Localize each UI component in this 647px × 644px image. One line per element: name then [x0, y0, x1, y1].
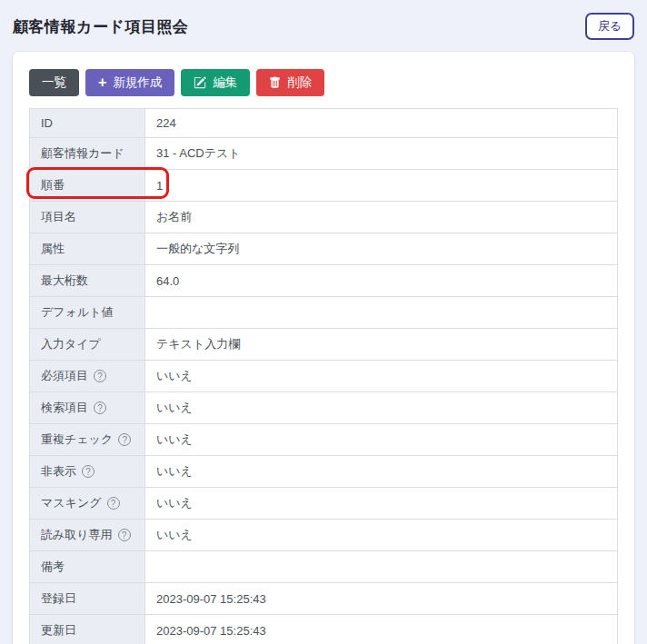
list-button[interactable]: 一覧 [29, 69, 79, 96]
field-value: いいえ [156, 496, 193, 510]
field-value: いいえ [156, 401, 193, 414]
table-row: 更新日2023-09-07 15:25:43 [30, 615, 618, 644]
field-value-cell: 2023-09-07 15:25:43 [145, 615, 618, 644]
field-value: テキスト入力欄 [156, 337, 240, 351]
field-value-cell: 1 [145, 170, 618, 202]
field-value: 一般的な文字列 [156, 242, 239, 255]
table-row: ID224 [30, 109, 618, 138]
table-row: 最大桁数64.0 [30, 265, 618, 297]
field-value-cell: 31 - ACDテスト [145, 138, 618, 170]
field-value: いいえ [156, 369, 193, 382]
table-row: 必須項目?いいえ [30, 361, 618, 392]
back-button[interactable]: 戻る [585, 13, 634, 40]
field-value: 224 [156, 116, 176, 130]
page-title: 顧客情報カード項目照会 [13, 16, 188, 37]
detail-table: ID224顧客情報カード31 - ACDテスト順番1項目名お名前属性一般的な文字… [29, 108, 618, 644]
help-icon[interactable]: ? [118, 433, 131, 446]
field-label-cell: 顧客情報カード [30, 138, 145, 170]
list-button-label: 一覧 [42, 75, 66, 90]
detail-card: 一覧 + 新規作成 編集 削除 ID224顧客情報カード31 - [13, 52, 634, 644]
field-label: 必須項目 [41, 368, 88, 384]
field-value-cell: いいえ [145, 520, 618, 551]
field-label-cell: 備考 [30, 551, 145, 583]
table-row: 顧客情報カード31 - ACDテスト [30, 138, 618, 170]
field-label-cell: 読み取り専用? [30, 520, 145, 551]
field-label-cell: 項目名 [30, 202, 145, 233]
field-value-cell [145, 297, 618, 329]
field-value: お名前 [156, 210, 192, 223]
table-row: 順番1 [30, 170, 618, 202]
field-value-cell: いいえ [145, 456, 618, 488]
field-value-cell: お名前 [145, 202, 618, 233]
field-label-cell: 更新日 [30, 615, 145, 644]
field-label-cell: 登録日 [30, 583, 145, 615]
table-row: デフォルト値 [30, 297, 618, 329]
field-label: デフォルト値 [41, 304, 114, 321]
table-row: 属性一般的な文字列 [30, 233, 618, 265]
field-value: 64.0 [156, 274, 179, 288]
help-icon[interactable]: ? [94, 401, 106, 414]
field-label: 顧客情報カード [41, 145, 124, 162]
help-icon[interactable]: ? [82, 465, 95, 478]
create-button[interactable]: + 新規作成 [85, 69, 174, 96]
field-value-cell: いいえ [145, 392, 618, 424]
field-label: ID [41, 116, 53, 130]
trash-icon [269, 76, 281, 89]
page-header: 顧客情報カード項目照会 戻る [0, 0, 647, 52]
field-value-cell: いいえ [145, 424, 618, 456]
detail-table-body: ID224顧客情報カード31 - ACDテスト順番1項目名お名前属性一般的な文字… [30, 109, 618, 644]
edit-button[interactable]: 編集 [181, 69, 250, 96]
field-value-cell: 64.0 [145, 265, 618, 297]
help-icon[interactable]: ? [94, 370, 106, 382]
delete-button[interactable]: 削除 [256, 69, 324, 96]
field-label: 項目名 [41, 209, 76, 225]
pencil-square-icon [194, 76, 206, 89]
field-value-cell: 2023-09-07 15:25:43 [145, 583, 618, 615]
edit-button-label: 編集 [213, 75, 237, 90]
field-value: いいえ [156, 464, 193, 478]
field-label-cell: 属性 [30, 233, 145, 265]
field-value-cell: いいえ [145, 361, 618, 392]
field-label: 属性 [41, 241, 65, 257]
table-row: 備考 [30, 551, 618, 583]
field-value-cell: 一般的な文字列 [145, 233, 618, 265]
field-label-cell: ID [30, 109, 145, 138]
field-label: 備考 [41, 559, 65, 575]
field-value-cell: 224 [145, 109, 618, 138]
field-label-cell: 検索項目? [30, 392, 145, 424]
field-value: 2023-09-07 15:25:43 [156, 624, 266, 638]
help-icon[interactable]: ? [107, 497, 120, 510]
field-value: 31 - ACDテスト [156, 146, 241, 160]
field-label-cell: デフォルト値 [30, 297, 145, 329]
create-button-label: 新規作成 [113, 75, 162, 90]
toolbar: 一覧 + 新規作成 編集 削除 [29, 69, 618, 96]
field-value-cell: テキスト入力欄 [145, 329, 618, 361]
table-row: 検索項目?いいえ [30, 392, 618, 424]
table-row: 重複チェック?いいえ [30, 424, 618, 456]
field-value: いいえ [156, 432, 193, 446]
field-label-cell: 最大桁数 [30, 265, 145, 297]
field-label-cell: 順番 [30, 170, 145, 202]
field-value-cell: いいえ [145, 488, 618, 520]
field-label: 順番 [41, 177, 65, 193]
table-row: 読み取り専用?いいえ [30, 520, 618, 551]
table-row: マスキング?いいえ [30, 488, 618, 520]
table-row: 入力タイプテキスト入力欄 [30, 329, 618, 361]
field-value-cell [145, 551, 618, 583]
field-value: 2023-09-07 15:25:43 [156, 592, 266, 606]
table-row: 登録日2023-09-07 15:25:43 [30, 583, 618, 615]
field-label-cell: 重複チェック? [30, 424, 145, 456]
field-label: 非表示 [41, 463, 76, 480]
table-row: 非表示?いいえ [30, 456, 618, 488]
field-label-cell: マスキング? [30, 488, 145, 520]
field-label: 読み取り専用 [41, 527, 113, 543]
field-label: 最大桁数 [41, 272, 88, 289]
field-label-cell: 必須項目? [30, 361, 145, 392]
help-icon[interactable]: ? [118, 529, 131, 541]
field-label: 登録日 [41, 590, 76, 607]
field-label: マスキング [41, 495, 102, 511]
delete-button-label: 削除 [287, 75, 312, 90]
field-value: 1 [156, 179, 163, 193]
field-value: いいえ [156, 528, 193, 541]
field-label: 重複チェック [41, 431, 113, 448]
